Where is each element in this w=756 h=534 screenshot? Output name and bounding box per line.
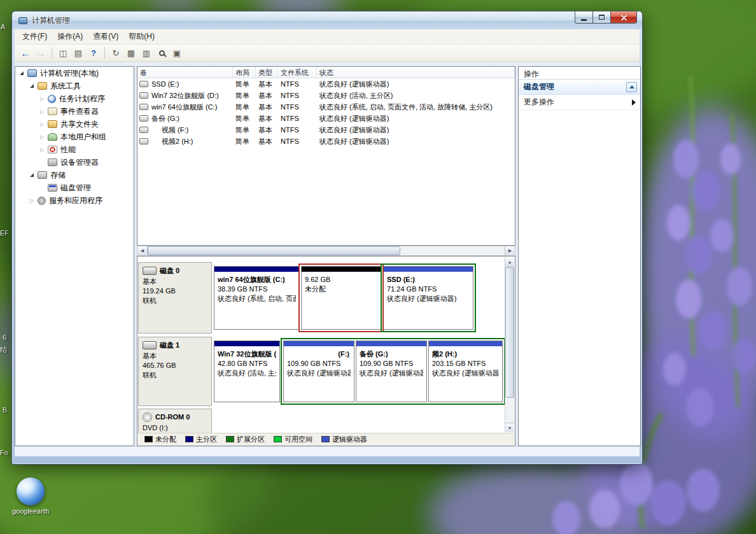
column-header-status[interactable]: 状态 (317, 67, 515, 78)
expand-closed-icon[interactable] (38, 95, 46, 102)
volume-row-c[interactable]: win7 64位旗舰版 (C:) 简单 基本 NTFS 状态良好 (系统, 启动… (137, 101, 515, 113)
scroll-right-icon[interactable] (505, 246, 515, 255)
expand-closed-icon[interactable] (38, 120, 46, 128)
partition-status: 状态良好 (逻辑驱动器) (287, 369, 351, 378)
partition-label: 备份 (G:) (360, 349, 423, 359)
properties-icon[interactable]: ▦ (124, 46, 138, 60)
icon-label-fragment: 6 (3, 334, 6, 341)
expand-closed-icon[interactable] (38, 133, 46, 141)
help-topics-icon[interactable]: ▣ (170, 46, 184, 60)
volume-fs: NTFS (278, 103, 317, 111)
volume-type: 基本 (256, 102, 278, 112)
tree-item-computer-management[interactable]: 计算机管理(本地) (15, 67, 134, 80)
column-header-filesystem[interactable]: 文件系统 (278, 67, 317, 78)
refresh-icon[interactable]: ↻ (109, 46, 123, 60)
search-icon[interactable] (155, 46, 169, 60)
column-header-type[interactable]: 类型 (256, 67, 278, 78)
tree-item-services-applications[interactable]: 服务和应用程序 (15, 194, 134, 207)
icon-label-fragment: Fo (0, 449, 8, 456)
volume-type: 基本 (256, 114, 278, 123)
horizontal-scrollbar[interactable] (137, 246, 515, 256)
help-icon[interactable]: ? (87, 46, 101, 60)
partition-d[interactable]: Win7 32位旗舰版 (D:) 42.80 GB NTFS 状态良好 (活动,… (214, 341, 280, 402)
tree-item-performance[interactable]: 性能 (15, 143, 134, 156)
scroll-up-icon[interactable] (505, 257, 514, 267)
expand-open-icon[interactable] (28, 171, 36, 179)
menu-help[interactable]: 帮助(H) (123, 29, 160, 44)
volume-fs: NTFS (278, 92, 317, 99)
tree-item-system-tools[interactable]: 系统工具 (15, 80, 134, 92)
minimize-button[interactable] (575, 11, 593, 24)
export-list-icon[interactable]: ▥ (139, 46, 153, 60)
menu-file[interactable]: 文件(F) (17, 29, 52, 44)
partition-g[interactable]: 备份 (G:) 109.90 GB NTFS 状态良好 (逻辑驱动器) (356, 341, 427, 402)
vertical-scrollbar[interactable] (505, 257, 514, 432)
show-console-tree-icon[interactable]: ◫ (56, 46, 70, 60)
expand-open-icon[interactable] (18, 69, 25, 77)
volume-status: 状态良好 (逻辑驱动器) (317, 137, 515, 146)
disk-graphical-pane: 磁盘 0 基本 119.24 GB 联机 win7 64位旗舰版 (C:) 38… (137, 256, 515, 446)
users-icon (48, 133, 57, 141)
disk-1-header[interactable]: 磁盘 1 基本 465.76 GB 联机 (138, 337, 212, 406)
column-header-volume[interactable]: 卷 (137, 67, 233, 78)
forward-icon[interactable]: → (34, 46, 48, 60)
expand-closed-icon[interactable] (38, 108, 46, 115)
unallocated-swatch (144, 436, 153, 442)
partition-c[interactable]: win7 64位旗舰版 (C:) 38.39 GB NTFS 状态良好 (系统,… (214, 266, 300, 330)
tree-item-shared-folders[interactable]: 共享文件夹 (15, 118, 134, 130)
primary-partition-swatch (185, 436, 193, 442)
column-header-layout[interactable]: 布局 (233, 67, 256, 78)
volume-status: 状态良好 (逻辑驱动器) (317, 80, 515, 89)
partition-h[interactable]: 频2 (H:) 203.15 GB NTFS 状态良好 (逻辑驱动器) (428, 341, 503, 402)
volume-list-header: 卷 布局 类型 文件系统 状态 (137, 67, 515, 78)
volume-icon (139, 127, 148, 133)
show-action-pane-icon[interactable]: ▤ (71, 46, 85, 60)
console-tree-pane: 计算机管理(本地) 系统工具 任务计划程序 事件查看器 (15, 66, 134, 446)
horizontal-scrollbar-thumb[interactable] (148, 246, 400, 255)
menu-action[interactable]: 操作(A) (52, 29, 88, 44)
expand-closed-icon[interactable] (38, 146, 46, 153)
tree-item-task-scheduler[interactable]: 任务计划程序 (15, 92, 134, 105)
disk-name: 磁盘 1 (160, 341, 179, 350)
menu-view[interactable]: 查看(V) (88, 29, 123, 44)
back-icon[interactable]: ← (18, 46, 32, 60)
logical-drive-stripe (384, 267, 473, 272)
actions-section-disk-management[interactable]: 磁盘管理 (519, 80, 640, 95)
disk-0-header[interactable]: 磁盘 0 基本 119.24 GB 联机 (138, 262, 212, 334)
tree-item-storage[interactable]: 存储 (15, 169, 134, 181)
googleearth-icon[interactable] (17, 477, 45, 505)
expand-closed-icon[interactable] (28, 197, 36, 204)
more-actions-item[interactable]: 更多操作 (519, 95, 640, 110)
volume-row-g[interactable]: 备份 (G:) 简单 基本 NTFS 状态良好 (逻辑驱动器) (137, 113, 515, 124)
free-space-swatch (274, 436, 282, 442)
volume-row-f[interactable]: 视频 (F:) 简单 基本 NTFS 状态良好 (逻辑驱动器) (137, 124, 515, 136)
tree-item-event-viewer[interactable]: 事件查看器 (15, 105, 134, 118)
scroll-down-icon[interactable] (505, 423, 514, 432)
volume-icon (139, 92, 148, 99)
cdrom-0-row: CD-ROM 0 DVD (I:) (138, 409, 504, 435)
partition-f[interactable]: (F:) 109.90 GB NTFS 状态良好 (逻辑驱动器) (283, 341, 354, 402)
scroll-left-icon[interactable] (137, 246, 148, 255)
volume-row-h[interactable]: 视频2 (H:) 简单 基本 NTFS 状态良好 (逻辑驱动器) (137, 136, 515, 147)
titlebar[interactable]: 计算机管理 (12, 11, 642, 29)
tree-item-local-users-groups[interactable]: 本地用户和组 (15, 130, 134, 143)
t-label: 存储 (50, 170, 66, 181)
volume-row-d[interactable]: Win7 32位旗舰版 (D:) 简单 基本 NTFS 状态良好 (活动, 主分… (137, 90, 515, 101)
minimize-icon (581, 19, 587, 21)
collapse-chevron-icon[interactable] (626, 82, 637, 92)
vertical-scrollbar-thumb[interactable] (505, 267, 514, 398)
disk-management-icon (48, 184, 57, 192)
close-button[interactable] (610, 11, 637, 24)
volume-row-e[interactable]: SSD (E:) 简单 基本 NTFS 状态良好 (逻辑驱动器) (137, 78, 515, 90)
legend-label: 可用空间 (284, 435, 312, 444)
logical-drive-stripe (429, 341, 502, 346)
tree-item-device-manager[interactable]: 设备管理器 (15, 156, 134, 169)
partition-ssd-e[interactable]: SSD (E:) 71.24 GB NTFS 状态良好 (逻辑驱动器) (383, 266, 473, 330)
googleearth-desktop-icon[interactable]: googleearth (6, 477, 55, 515)
partition-unallocated[interactable]: 9.62 GB 未分配 (301, 266, 381, 330)
volume-layout: 简单 (233, 91, 256, 101)
maximize-button[interactable] (593, 11, 610, 24)
expand-open-icon[interactable] (28, 82, 36, 90)
tree-item-disk-management[interactable]: 磁盘管理 (15, 181, 134, 194)
cdrom-0-header[interactable]: CD-ROM 0 DVD (I:) (138, 409, 212, 435)
